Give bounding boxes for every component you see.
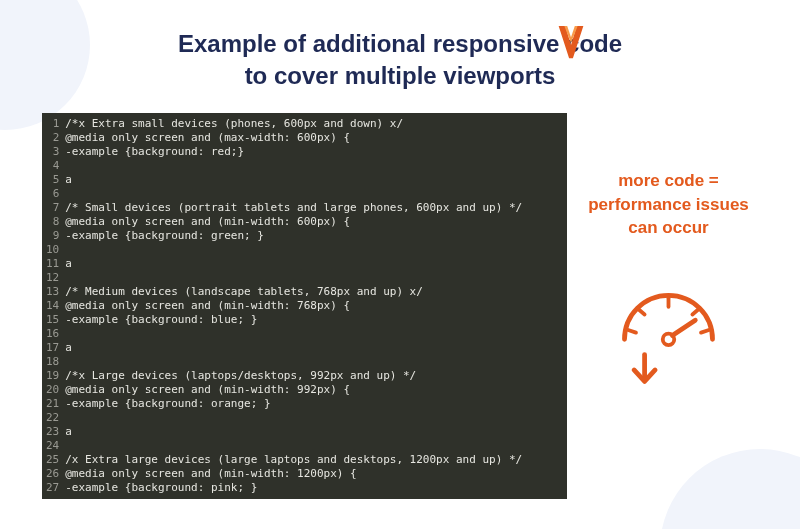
code-line: -example {background: pink; } [65,481,522,495]
line-number: 10 [46,243,59,257]
line-number: 17 [46,341,59,355]
svg-line-7 [701,330,710,333]
line-number: 19 [46,369,59,383]
code-line [65,411,522,425]
code-block: 1234567891011121314151617181920212223242… [42,113,567,499]
line-number: 20 [46,383,59,397]
code-line: @media only screen and (min-width: 1200p… [65,467,522,481]
code-line: /* Small devices (portrait tablets and l… [65,201,522,215]
code-line: @media only screen and (min-width: 768px… [65,299,522,313]
line-number: 11 [46,257,59,271]
code-line-numbers: 1234567891011121314151617181920212223242… [42,117,65,495]
line-number: 7 [46,201,59,215]
line-number: 16 [46,327,59,341]
line-number: 9 [46,229,59,243]
code-line: a [65,173,522,187]
line-number: 1 [46,117,59,131]
code-line [65,187,522,201]
line-number: 12 [46,271,59,285]
code-line [65,327,522,341]
line-number: 14 [46,299,59,313]
title-line-2: to cover multiple viewports [245,62,556,89]
aside-panel: more code = performance issues can occur [567,113,770,390]
code-line: @media only screen and (max-width: 600px… [65,131,522,145]
code-line: /*x Large devices (laptops/desktops, 992… [65,369,522,383]
aside-line-3: can occur [628,218,708,237]
code-line [65,439,522,453]
line-number: 2 [46,131,59,145]
line-number: 15 [46,313,59,327]
line-number: 23 [46,425,59,439]
svg-line-9 [672,320,695,335]
brand-logo [556,24,586,62]
line-number: 8 [46,215,59,229]
code-line [65,271,522,285]
code-line: -example {background: red;} [65,145,522,159]
line-number: 26 [46,467,59,481]
line-number: 4 [46,159,59,173]
line-number: 3 [46,145,59,159]
code-line: a [65,341,522,355]
code-line [65,243,522,257]
code-line: /*x Extra small devices (phones, 600px a… [65,117,522,131]
line-number: 25 [46,453,59,467]
svg-line-4 [638,309,645,315]
code-line [65,355,522,369]
code-line: /* Medium devices (landscape tablets, 76… [65,285,522,299]
line-number: 27 [46,481,59,495]
speedometer-down-icon [611,280,726,390]
code-content: /*x Extra small devices (phones, 600px a… [65,117,530,495]
code-line: a [65,257,522,271]
line-number: 13 [46,285,59,299]
code-line: -example {background: orange; } [65,397,522,411]
line-number: 21 [46,397,59,411]
line-number: 24 [46,439,59,453]
code-line: @media only screen and (min-width: 992px… [65,383,522,397]
aside-caption: more code = performance issues can occur [588,169,749,240]
code-line: -example {background: green; } [65,229,522,243]
svg-line-6 [692,309,699,315]
aside-line-2: performance issues [588,195,749,214]
aside-line-1: more code = [618,171,719,190]
svg-line-3 [627,330,636,333]
code-line: @media only screen and (min-width: 600px… [65,215,522,229]
line-number: 18 [46,355,59,369]
line-number: 6 [46,187,59,201]
code-line: /x Extra large devices (large laptops an… [65,453,522,467]
code-line: -example {background: blue; } [65,313,522,327]
line-number: 22 [46,411,59,425]
code-line [65,159,522,173]
code-line: a [65,425,522,439]
line-number: 5 [46,173,59,187]
